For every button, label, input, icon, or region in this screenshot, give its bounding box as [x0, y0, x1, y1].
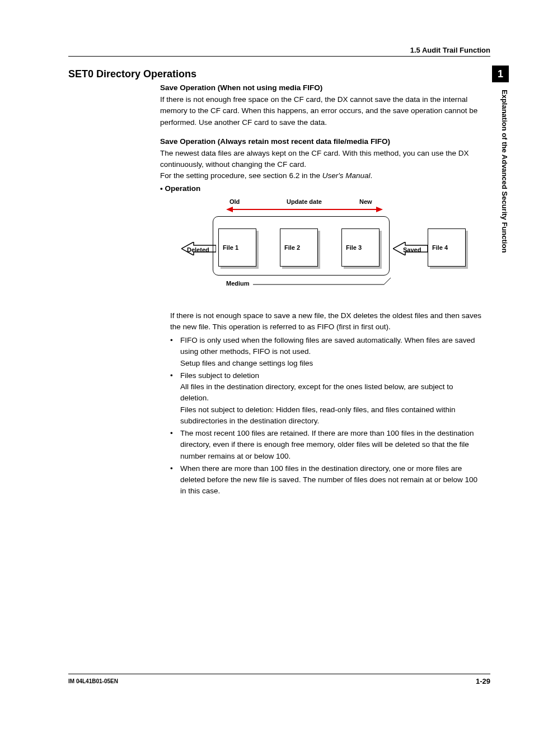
file-3: File 3	[341, 228, 382, 269]
file-4: File 4	[428, 228, 469, 269]
footer-rule	[68, 674, 490, 674]
fifo-diagram: Old Update date New Deleted	[170, 197, 472, 297]
label-saved: Saved	[403, 246, 421, 253]
running-header: 1.5 Audit Trail Function	[68, 46, 490, 54]
bullet-list: • FIFO is only used when the following f…	[170, 335, 483, 497]
file-1: File 1	[218, 228, 259, 269]
heading-save-no-fifo: Save Operation (When not using media FIF…	[160, 83, 483, 92]
footer-page-number: 1-29	[476, 677, 490, 685]
header-rule	[68, 56, 490, 57]
bullet-2-line-2: All files in the destination directory, …	[180, 381, 483, 404]
svg-line-7	[384, 278, 391, 284]
label-old: Old	[229, 198, 240, 205]
bullet-3-body: The most recent 100 files are retained. …	[180, 428, 483, 462]
chapter-number: 1	[498, 68, 503, 80]
manual-ref: User's Manual	[322, 171, 371, 180]
para-fifo-2: For the setting procedure, see section 6…	[160, 170, 483, 181]
page: 1.5 Audit Trail Function 1 Explanation o…	[0, 0, 534, 756]
label-file-3: File 3	[346, 244, 362, 251]
operation-label: Operation	[160, 184, 483, 193]
bullet-1-body: FIFO is only used when the following fil…	[180, 335, 483, 369]
para-fifo-2a: For the setting procedure, see section 6…	[160, 171, 322, 180]
bullet-mark: •	[170, 463, 180, 497]
bullet-4-line-1: When there are more than 100 files in th…	[180, 463, 483, 497]
para-fifo-2c: .	[371, 171, 373, 180]
bullet-1-line-1: FIFO is only used when the following fil…	[180, 335, 483, 358]
bullet-3-line-1: The most recent 100 files are retained. …	[180, 428, 483, 462]
bullet-mark: •	[170, 370, 180, 427]
para-after-diagram: If there is not enough space to save a n…	[170, 310, 483, 333]
label-file-4: File 4	[432, 244, 448, 251]
content-area: SET0 Directory Operations Save Operation…	[68, 68, 483, 498]
svg-marker-1	[226, 207, 233, 212]
bullet-1-line-2: Setup files and change settings log file…	[180, 358, 483, 369]
bullet-4-body: When there are more than 100 files in th…	[180, 463, 483, 497]
bullet-mark: •	[170, 428, 180, 462]
para-save-no-fifo: If there is not enough free space on the…	[160, 94, 483, 128]
file-2: File 2	[280, 228, 321, 269]
bullet-3: • The most recent 100 files are retained…	[170, 428, 483, 462]
chapter-label: Explanation of the Advanced Security Fun…	[492, 90, 509, 280]
page-title: SET0 Directory Operations	[68, 68, 483, 80]
para-fifo-1: The newest data files are always kept on…	[160, 148, 483, 171]
label-update-date: Update date	[287, 198, 322, 205]
footer-doc-id: IM 04L41B01-05EN	[68, 678, 118, 684]
bullet-2-line-1: Files subject to deletion	[180, 370, 483, 381]
heading-save-fifo: Save Operation (Always retain most recen…	[160, 137, 483, 146]
label-medium: Medium	[226, 280, 250, 287]
chapter-tab: 1	[492, 66, 509, 82]
bullet-4: • When there are more than 100 files in …	[170, 463, 483, 497]
bullet-mark: •	[170, 335, 180, 369]
medium-pointer-icon	[253, 278, 393, 295]
bullet-1: • FIFO is only used when the following f…	[170, 335, 483, 369]
timeline-arrows-icon	[226, 206, 383, 213]
bullet-2-line-3: Files not subject to deletion: Hidden fi…	[180, 404, 483, 427]
bullet-2-body: Files subject to deletion All files in t…	[180, 370, 483, 427]
section-body: Save Operation (When not using media FIF…	[160, 83, 483, 497]
bullet-2: • Files subject to deletion All files in…	[170, 370, 483, 427]
label-new: New	[359, 198, 372, 205]
label-file-2: File 2	[284, 244, 300, 251]
label-deleted: Deleted	[187, 246, 209, 253]
label-file-1: File 1	[223, 244, 238, 251]
svg-marker-3	[376, 207, 383, 212]
